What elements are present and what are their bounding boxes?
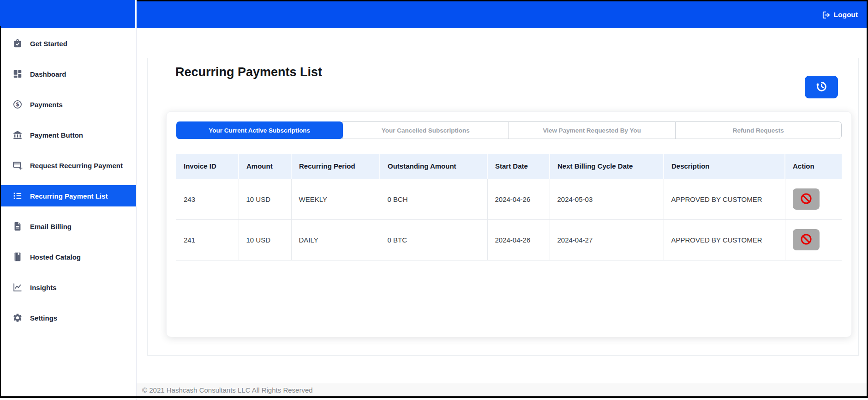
history-icon: [815, 80, 828, 94]
sidebar-item-label: Settings: [30, 314, 57, 322]
sidebar-item-label: Recurring Payment List: [30, 192, 108, 200]
column-header-action: Action: [785, 154, 842, 179]
window: Logout Get Started Dashboard $ Payments: [0, 0, 868, 400]
card-plus-icon: [12, 160, 23, 170]
column-header-amount: Amount: [239, 154, 291, 179]
column-header-outstanding-amount: Outstanding Amount: [380, 154, 487, 179]
subscriptions-panel: Your Current Active Subscriptions Your C…: [166, 111, 852, 337]
content-card: Recurring Payments List Your Current Act…: [147, 58, 859, 356]
copyright-text: © 2021 Hashcash Consultants LLC All Righ…: [142, 386, 313, 394]
refresh-button[interactable]: [805, 76, 838, 98]
top-bar: Logout: [137, 0, 868, 28]
gear-icon: [12, 313, 23, 323]
sidebar-item-payment-button[interactable]: Payment Button: [0, 120, 136, 150]
cell-action: [785, 179, 842, 219]
svg-text:$: $: [16, 101, 19, 108]
sidebar-item-insights[interactable]: Insights: [0, 272, 136, 303]
chart-line-icon: [12, 282, 23, 292]
column-header-start-date: Start Date: [487, 154, 550, 179]
sidebar-item-email-billing[interactable]: Email Billing: [0, 211, 136, 242]
sidebar-item-label: Hosted Catalog: [30, 253, 81, 261]
ban-icon: [800, 192, 813, 206]
table-row: 241 10 USD DAILY 0 BTC 2024-04-26 2024-0…: [176, 219, 842, 260]
main-area: Recurring Payments List Your Current Act…: [137, 28, 868, 400]
sidebar-item-hosted-catalog[interactable]: Hosted Catalog: [0, 242, 136, 272]
table-row: 243 10 USD WEEKLY 0 BCH 2024-04-26 2024-…: [176, 179, 842, 219]
tabs: Your Current Active Subscriptions Your C…: [176, 121, 842, 139]
logo-area: [0, 0, 137, 28]
sidebar-item-label: Insights: [30, 283, 57, 292]
sidebar-item-label: Payment Button: [30, 131, 83, 139]
book-icon: [12, 252, 23, 262]
cancel-subscription-button[interactable]: [793, 188, 820, 210]
window-border-left: [0, 26, 1, 398]
cell-amount: 10 USD: [239, 179, 291, 219]
sidebar-item-label: Payments: [30, 100, 63, 109]
sidebar-item-label: Dashboard: [30, 70, 66, 79]
sidebar-item-recurring-payment-list[interactable]: Recurring Payment List: [0, 185, 136, 206]
sidebar-item-dashboard[interactable]: Dashboard: [0, 59, 136, 89]
cell-recurring-period: DAILY: [291, 219, 380, 260]
table-header-row: Invoice ID Amount Recurring Period Outst…: [176, 154, 842, 179]
tab-cancelled-subscriptions[interactable]: Your Cancelled Subscriptions: [342, 121, 509, 139]
sidebar-item-label: Get Started: [30, 39, 67, 48]
cell-recurring-period: WEEKLY: [291, 179, 380, 219]
column-header-description: Description: [664, 154, 785, 179]
page-title: Recurring Payments List: [175, 63, 858, 81]
cell-invoice-id: 241: [176, 219, 239, 260]
briefcase-check-icon: [12, 38, 23, 48]
sidebar-item-settings[interactable]: Settings: [0, 303, 136, 333]
column-header-recurring-period: Recurring Period: [291, 154, 380, 179]
tab-view-payment-requested[interactable]: View Payment Requested By You: [509, 121, 676, 139]
sidebar-item-label: Request Recurring Payment: [30, 161, 123, 170]
subscriptions-table: Invoice ID Amount Recurring Period Outst…: [176, 154, 842, 261]
bank-icon: [12, 130, 23, 140]
dollar-circle-icon: $: [12, 99, 23, 109]
sidebar-item-payments[interactable]: $ Payments: [0, 89, 136, 120]
cell-next-billing-cycle-date: 2024-04-27: [550, 219, 664, 260]
logout-icon: [822, 11, 831, 19]
column-header-invoice-id: Invoice ID: [176, 154, 239, 179]
cell-description: APPROVED BY CUSTOMER: [664, 179, 785, 219]
column-header-next-billing-cycle-date: Next Billing Cycle Date: [550, 154, 664, 179]
sidebar-item-get-started[interactable]: Get Started: [0, 28, 136, 59]
grid-icon: [12, 69, 23, 79]
tab-current-active-subscriptions[interactable]: Your Current Active Subscriptions: [176, 121, 343, 139]
tab-refund-requests[interactable]: Refund Requests: [675, 121, 842, 139]
list-icon: [12, 191, 23, 201]
window-border-bottom: [0, 396, 868, 398]
cell-amount: 10 USD: [239, 219, 291, 260]
sidebar-item-request-recurring-payment[interactable]: Request Recurring Payment: [0, 150, 136, 181]
cell-start-date: 2024-04-26: [487, 219, 550, 260]
cell-next-billing-cycle-date: 2024-05-03: [550, 179, 664, 219]
cell-outstanding-amount: 0 BTC: [380, 219, 487, 260]
cell-description: APPROVED BY CUSTOMER: [664, 219, 785, 260]
cell-outstanding-amount: 0 BCH: [380, 179, 487, 219]
cell-action: [785, 219, 842, 260]
cell-invoice-id: 243: [176, 179, 239, 219]
logout-label: Logout: [833, 11, 858, 19]
ban-icon: [800, 233, 813, 247]
sidebar: Get Started Dashboard $ Payments Payment…: [0, 28, 137, 400]
footer: © 2021 Hashcash Consultants LLC All Righ…: [137, 383, 868, 396]
cell-start-date: 2024-04-26: [487, 179, 550, 219]
cancel-subscription-button[interactable]: [793, 229, 820, 250]
sidebar-item-label: Email Billing: [30, 222, 72, 231]
logout-button[interactable]: Logout: [822, 11, 858, 19]
file-icon: [12, 221, 23, 231]
